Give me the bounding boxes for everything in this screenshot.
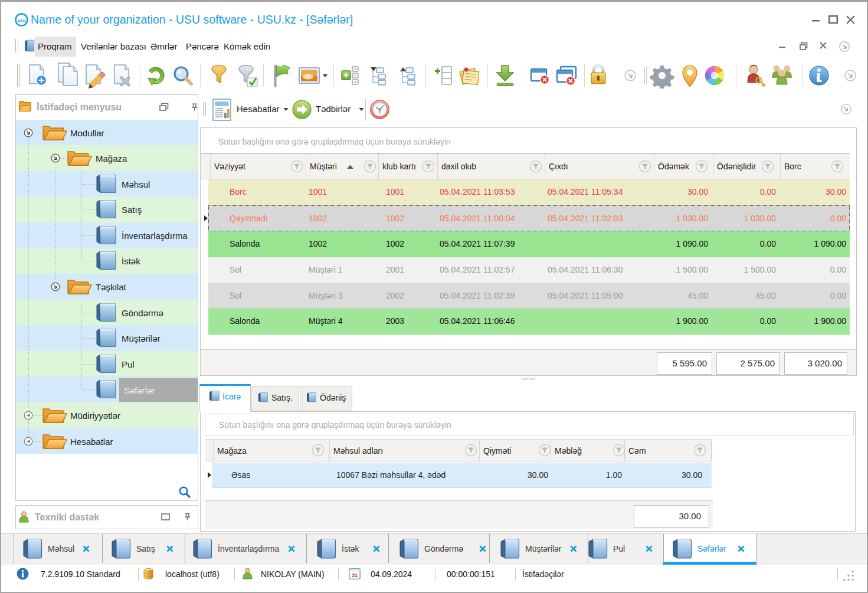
svg-text:usu: usu [17,18,25,23]
svg-text:31: 31 [352,572,358,578]
